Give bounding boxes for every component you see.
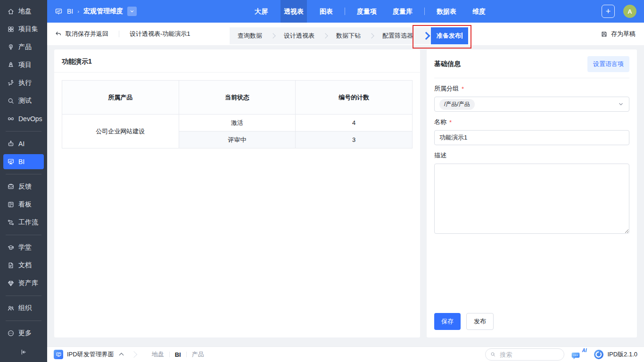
nav-dashboard[interactable]: 大屏 [251, 0, 271, 23]
ai-badge: AI [582, 348, 586, 353]
footer-right: AI IPD版2.1.0 [485, 348, 637, 361]
footer-crumb-home[interactable]: 地盘 [152, 350, 164, 359]
sidebar-item-assets[interactable]: 资产库 [0, 274, 47, 292]
more-icon [7, 329, 15, 337]
sidebar-item-execute[interactable]: 执行 [0, 74, 47, 92]
column-header-status: 当前状态 [179, 81, 296, 115]
breadcrumb-app[interactable]: BI [67, 8, 73, 15]
step-chevron-icon [369, 33, 374, 38]
sidebar-item-label: 学堂 [18, 243, 32, 252]
version-block: IPD版2.1.0 [594, 349, 637, 360]
sidebar-item-workflow[interactable]: 工作流 [0, 214, 47, 231]
breadcrumb-page: 宏观管理维度 [83, 7, 123, 16]
step-design-pivot[interactable]: 设计透视表 [276, 27, 322, 44]
avatar[interactable]: A [623, 5, 636, 18]
page-switch-dropdown[interactable] [127, 7, 137, 16]
robot-icon [7, 140, 15, 148]
save-icon [601, 31, 608, 38]
sidebar-divider [6, 131, 41, 132]
app-switcher[interactable]: IPD研发管理界面 [54, 350, 123, 359]
sidebar-item-org[interactable]: 组织 [0, 299, 47, 317]
save-button[interactable]: 保存 [434, 313, 461, 330]
top-header: BI › 宏观管理维度 大屏 透视表 图表 度量项 度量库 数据表 维度 + A [47, 0, 644, 23]
sidebar-item-school[interactable]: 学堂 [0, 239, 47, 256]
cell-status: 评审中 [179, 132, 296, 148]
column-header-product: 所属产品 [62, 81, 179, 115]
pivot-preview-title: 功能演示1 [54, 49, 420, 73]
nav-measure-lib[interactable]: 度量库 [389, 0, 416, 23]
sidebar-item-feedback[interactable]: 反馈 [0, 178, 47, 196]
form-actions: 保存 发布 [434, 313, 629, 330]
add-button[interactable]: + [602, 5, 615, 18]
step-chevron-icon [322, 33, 328, 38]
sidebar-item-project[interactable]: 项目 [0, 56, 47, 74]
cancel-and-return-button[interactable]: 取消保存并返回 [55, 30, 108, 38]
toolbar-left: 取消保存并返回 设计透视表-功能演示1 [47, 30, 190, 38]
sidebar-item-devops[interactable]: DevOps [0, 110, 47, 128]
panel-title: 基础信息 [434, 60, 461, 68]
nav-measure-item[interactable]: 度量项 [354, 0, 380, 23]
search-icon [490, 351, 496, 358]
required-mark: * [449, 119, 452, 126]
footer-bar: IPD研发管理界面 地盘 BI 产品 AI IPD版2.1.0 [47, 346, 644, 362]
footer-crumb-bi[interactable]: BI [175, 351, 181, 358]
save-as-draft-button[interactable]: 存为草稿 [601, 30, 644, 38]
description-textarea[interactable] [434, 164, 629, 234]
step-drill-down[interactable]: 数据下钻 [328, 27, 369, 44]
sidebar-item-product[interactable]: 产品 [0, 38, 47, 56]
save-as-draft-label: 存为草稿 [611, 30, 636, 38]
sidebar-item-label: 文档 [18, 261, 32, 270]
toolbar-divider [119, 31, 119, 37]
footer-divider [186, 352, 187, 357]
sidebar-collapse-button[interactable] [0, 342, 47, 362]
sidebar-item-label: 更多 [18, 329, 32, 337]
step-configure-filters[interactable]: 配置筛选器 [374, 27, 421, 44]
sidebar-item-label: 产品 [18, 43, 32, 51]
cancel-and-return-label: 取消保存并返回 [66, 30, 108, 38]
sidebar-item-home[interactable]: 地盘 [0, 2, 47, 20]
nav-data-table[interactable]: 数据表 [433, 0, 460, 23]
group-select[interactable]: /产品/产品 [434, 97, 629, 112]
pivot-preview-panel: 功能演示1 所属产品 当前状态 编号的计数 公司企业网站建设 激活 4 [54, 49, 420, 337]
description-label-text: 描述 [434, 151, 446, 160]
sidebar-item-kanban[interactable]: 看板 [0, 196, 47, 214]
sidebar-divider [6, 296, 41, 296]
step-chevron-icon [270, 33, 275, 38]
sidebar-item-ai[interactable]: AI [0, 135, 47, 153]
back-arrow-icon [55, 31, 62, 37]
sidebar-item-projects[interactable]: 项目集 [0, 20, 47, 38]
active-step-text: 准备发布 [437, 32, 461, 39]
step-ready-to-publish[interactable]: 准备发布 [423, 27, 468, 44]
name-label-text: 名称 [434, 118, 446, 126]
set-language-button[interactable]: 设置语言项 [587, 56, 629, 72]
footer-crumb-product[interactable]: 产品 [192, 350, 204, 359]
text-caret [462, 33, 462, 39]
kanban-icon [7, 201, 15, 208]
name-label: 名称 * [434, 118, 629, 126]
school-icon [7, 244, 15, 251]
bulb-icon [7, 43, 15, 51]
column-header-count: 编号的计数 [296, 81, 413, 115]
search-box[interactable] [485, 348, 564, 361]
sidebar-item-test[interactable]: 测试 [0, 92, 47, 110]
footer-chevron-icon [131, 351, 137, 358]
sidebar-item-more[interactable]: 更多 [0, 324, 47, 342]
wizard-steps: 查询数据 设计透视表 数据下钻 配置筛选器 准备发布 [230, 27, 468, 44]
nav-dimension[interactable]: 维度 [469, 0, 489, 23]
sidebar-item-bi[interactable]: BI [3, 154, 44, 169]
name-input[interactable] [434, 130, 629, 145]
search-input[interactable] [499, 351, 559, 359]
app-switcher-label: IPD研发管理界面 [67, 350, 114, 359]
ai-chat-button[interactable]: AI [571, 349, 586, 360]
description-label: 描述 [434, 151, 629, 160]
nav-pivot-table[interactable]: 透视表 [281, 0, 307, 23]
sidebar-divider [6, 321, 41, 321]
sidebar-divider [6, 174, 41, 174]
sidebar-divider [6, 235, 41, 235]
publish-button[interactable]: 发布 [466, 313, 494, 330]
nav-charts[interactable]: 图表 [316, 0, 336, 23]
sidebar-item-docs[interactable]: 文档 [0, 256, 47, 274]
sidebar-item-label: 反馈 [18, 182, 32, 191]
version-label: IPD版2.1.0 [607, 350, 637, 359]
step-query-data[interactable]: 查询数据 [230, 27, 270, 44]
